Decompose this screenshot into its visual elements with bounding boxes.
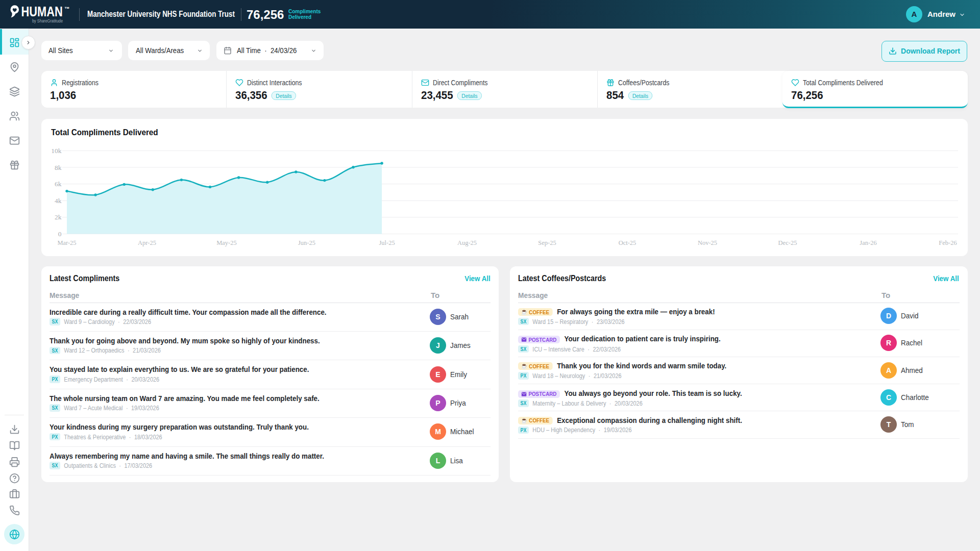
svg-text:2k: 2k bbox=[55, 213, 62, 221]
svg-text:by ShareGratitude: by ShareGratitude bbox=[32, 18, 63, 23]
svg-text:10k: 10k bbox=[51, 147, 62, 155]
svg-text:Dec-25: Dec-25 bbox=[778, 239, 797, 246]
svg-text:4k: 4k bbox=[55, 197, 62, 205]
svg-text:Nov-25: Nov-25 bbox=[698, 239, 717, 246]
svg-text:Oct-25: Oct-25 bbox=[619, 239, 636, 246]
svg-text:Mar-25: Mar-25 bbox=[57, 239, 76, 246]
svg-text:™: ™ bbox=[64, 6, 70, 12]
svg-text:8k: 8k bbox=[55, 164, 62, 171]
svg-text:HUMAN: HUMAN bbox=[21, 5, 63, 19]
svg-text:Sep-25: Sep-25 bbox=[538, 239, 556, 246]
svg-text:Jun-25: Jun-25 bbox=[298, 239, 315, 246]
svg-text:Jan-26: Jan-26 bbox=[860, 239, 876, 246]
svg-text:Aug-25: Aug-25 bbox=[457, 239, 477, 246]
svg-text:6k: 6k bbox=[55, 180, 62, 188]
svg-text:Jul-25: Jul-25 bbox=[379, 239, 395, 246]
svg-text:0: 0 bbox=[58, 230, 62, 238]
svg-text:Feb-26: Feb-26 bbox=[939, 239, 957, 246]
svg-text:Apr-25: Apr-25 bbox=[138, 239, 156, 246]
svg-text:May-25: May-25 bbox=[216, 239, 237, 246]
